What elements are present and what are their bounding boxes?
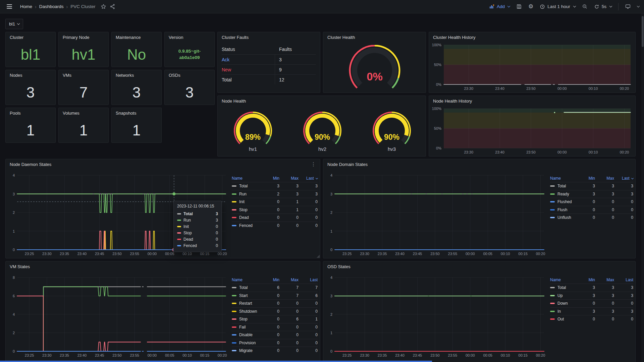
zoom-out-icon[interactable] bbox=[582, 4, 588, 9]
fault-status-new[interactable]: New bbox=[222, 67, 275, 72]
legend-col-min[interactable]: Min bbox=[576, 176, 595, 181]
legend-row-flush[interactable]: Flush000 bbox=[550, 206, 633, 214]
legend-row-migrate[interactable]: Migrate000 bbox=[232, 347, 318, 355]
vm-states-chart[interactable]: 0246823:2523:3023:3523:4023:4523:5023:55… bbox=[8, 275, 228, 359]
legend-row-start[interactable]: Start076 bbox=[232, 292, 318, 300]
panel-resize-handle[interactable] bbox=[317, 255, 320, 258]
legend-row-total[interactable]: Total333 bbox=[550, 182, 633, 190]
stat-panel-nodes[interactable]: Nodes 3 bbox=[5, 70, 56, 105]
legend-row-flushed[interactable]: Flushed000 bbox=[550, 198, 633, 206]
legend-row-provision[interactable]: Provision000 bbox=[232, 339, 318, 347]
legend-row-in[interactable]: In333 bbox=[550, 307, 633, 315]
legend-row-stop[interactable]: Stop010 bbox=[232, 206, 318, 214]
panel-node-health-history[interactable]: Node Health History 0%50%100%23:3023:402… bbox=[429, 96, 636, 157]
stat-panel-snapshots[interactable]: Snapshots 1 bbox=[111, 108, 162, 143]
legend-col-max[interactable]: Max bbox=[279, 176, 299, 181]
legend-col-max[interactable]: Max bbox=[595, 278, 614, 282]
table-row[interactable]: Ack 3 bbox=[222, 54, 316, 64]
column-header-faults[interactable]: Faults bbox=[275, 47, 316, 52]
svg-text:00:00: 00:00 bbox=[557, 86, 567, 90]
node-domain-states-chart[interactable]: 0123423:2523:3023:3523:4023:4523:5023:55… bbox=[326, 173, 547, 257]
legend-row-dead[interactable]: Dead000 bbox=[232, 214, 318, 222]
panel-cluster-health-history[interactable]: Cluster Health History 0%50%100%23:3023:… bbox=[429, 32, 636, 93]
cluster-health-history-chart[interactable]: 0%50%100%23:3023:4023:5000:0000:1000:20 bbox=[431, 42, 633, 92]
legend-row-unflush[interactable]: Unflush000 bbox=[550, 214, 633, 222]
svg-text:23:40: 23:40 bbox=[395, 252, 405, 256]
breadcrumb-home[interactable]: Home bbox=[20, 4, 32, 9]
panel-menu-icon[interactable]: ⋮ bbox=[310, 161, 317, 167]
legend-row-fail[interactable]: Fail000 bbox=[232, 323, 318, 331]
table-row[interactable]: New 9 bbox=[222, 64, 316, 74]
legend-col-min[interactable]: Min bbox=[576, 278, 595, 282]
variable-dropdown-cluster[interactable]: bl1 bbox=[5, 19, 23, 29]
table-row[interactable]: Total 12 bbox=[222, 74, 316, 84]
legend-col-name[interactable]: Name bbox=[232, 278, 260, 282]
stat-panel-networks[interactable]: Networks 3 bbox=[111, 70, 162, 105]
share-icon[interactable] bbox=[110, 4, 115, 9]
legend-row-stop[interactable]: Stop061 bbox=[232, 315, 318, 323]
panel-cluster-health[interactable]: Cluster Health 0% bbox=[323, 32, 426, 93]
stat-panel-cluster[interactable]: Cluster bl1 bbox=[5, 32, 56, 67]
legend-col-last[interactable]: Last bbox=[299, 278, 318, 282]
breadcrumb-dashboards[interactable]: Dashboards bbox=[39, 4, 64, 9]
column-header-status[interactable]: Status bbox=[222, 47, 275, 52]
legend-row-down[interactable]: Down000 bbox=[550, 299, 633, 307]
legend-row-restart[interactable]: Restart000 bbox=[232, 299, 318, 307]
stat-panel-volumes[interactable]: Volumes 1 bbox=[58, 108, 109, 143]
panel-node-domain-states[interactable]: Node Domain States 0123423:2523:3023:352… bbox=[323, 159, 636, 258]
panel-osd-states[interactable]: OSD States 0123423:2523:3023:3523:4023:4… bbox=[323, 261, 636, 362]
legend-row-disable[interactable]: Disable000 bbox=[232, 331, 318, 339]
legend-row-out[interactable]: Out000 bbox=[550, 315, 633, 323]
stat-panel-vms[interactable]: VMs 7 bbox=[58, 70, 109, 105]
legend-col-name[interactable]: Name bbox=[550, 278, 576, 282]
refresh-control[interactable]: 5s bbox=[594, 4, 612, 9]
panel-cluster-faults[interactable]: Cluster Faults Status Faults Ack 3 New 9… bbox=[217, 32, 320, 93]
legend-header: NameMinMaxLast bbox=[550, 276, 633, 284]
stat-panel-primary-node[interactable]: Primary Node hv1 bbox=[58, 32, 109, 67]
legend-col-last[interactable]: Last bbox=[299, 176, 318, 181]
series-color-swatch bbox=[177, 226, 181, 227]
osd-states-chart[interactable]: 0123423:2523:3023:3523:4023:4523:5023:55… bbox=[326, 275, 547, 359]
panel-vm-states[interactable]: VM States 0246823:2523:3023:3523:4023:45… bbox=[5, 261, 320, 362]
fault-status-ack[interactable]: Ack bbox=[222, 57, 275, 62]
legend-row-init[interactable]: Init010 bbox=[232, 198, 318, 206]
stat-panel-pools[interactable]: Pools 1 bbox=[5, 108, 56, 143]
scrollbar-track[interactable] bbox=[641, 13, 644, 362]
add-button[interactable]: Add bbox=[489, 4, 510, 9]
legend-col-min[interactable]: Min bbox=[260, 176, 279, 181]
legend-row-shutdown[interactable]: Shutdown000 bbox=[232, 307, 318, 315]
legend-col-min[interactable]: Min bbox=[260, 278, 279, 282]
panel-node-health[interactable]: Node Health 89%hv1 90%hv2 90%hv3 bbox=[217, 96, 426, 157]
legend-row-up[interactable]: Up333 bbox=[550, 292, 633, 300]
breadcrumb-separator: › bbox=[35, 4, 37, 9]
legend-row-total[interactable]: Total333 bbox=[550, 284, 633, 292]
stat-panel-osds[interactable]: OSDs 3 bbox=[164, 70, 215, 105]
node-health-history-chart[interactable]: 0%50%100%23:3023:4023:5000:0000:1000:20 bbox=[431, 106, 633, 156]
menu-icon[interactable] bbox=[5, 2, 14, 11]
star-icon[interactable] bbox=[101, 4, 106, 9]
scrollbar-thumb[interactable] bbox=[642, 16, 644, 47]
legend-col-max[interactable]: Max bbox=[595, 176, 614, 181]
legend-row-fenced[interactable]: Fenced000 bbox=[232, 222, 318, 230]
legend-col-max[interactable]: Max bbox=[279, 278, 299, 282]
kiosk-mode-icon[interactable] bbox=[625, 4, 631, 9]
legend-col-name[interactable]: Name bbox=[232, 176, 260, 181]
collapse-nav-icon[interactable] bbox=[637, 6, 639, 8]
panel-node-daemon-states[interactable]: Node Daemon States ⋮ 0123423:2523:3023:3… bbox=[5, 159, 320, 258]
stat-panel-version[interactable]: Version 0.9.85~git-ab0a1e09 bbox=[164, 32, 215, 67]
legend-row-run[interactable]: Run233 bbox=[232, 190, 318, 198]
stat-panel-maintenance[interactable]: Maintenance No bbox=[111, 32, 162, 67]
panel-title: Cluster Health bbox=[327, 35, 355, 40]
panel-title: Cluster Faults bbox=[222, 35, 249, 40]
legend-col-last[interactable]: Last bbox=[614, 278, 633, 282]
legend-row-total[interactable]: Total677 bbox=[232, 284, 318, 292]
time-range-picker[interactable]: Last 1 hour bbox=[540, 4, 576, 9]
legend-row-total[interactable]: Total333 bbox=[232, 182, 318, 190]
svg-text:4: 4 bbox=[13, 312, 15, 316]
legend-col-last[interactable]: Last bbox=[614, 176, 633, 181]
dashboard-settings-icon[interactable]: ⚙ bbox=[528, 4, 533, 9]
cluster-health-gauge: 0% bbox=[344, 45, 405, 92]
legend-row-ready[interactable]: Ready333 bbox=[550, 190, 633, 198]
save-dashboard-icon[interactable] bbox=[516, 4, 522, 9]
legend-col-name[interactable]: Name bbox=[550, 176, 576, 181]
